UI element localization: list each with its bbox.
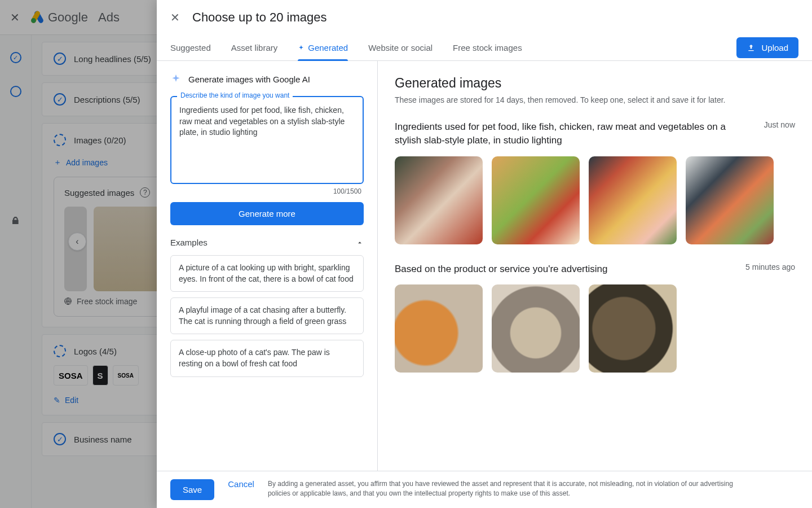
char-count: 100/1500 <box>170 187 361 195</box>
prompt-input[interactable] <box>179 105 355 173</box>
generated-image[interactable] <box>589 156 677 244</box>
save-button[interactable]: Save <box>170 479 214 500</box>
tab-suggested[interactable]: Suggested <box>170 35 211 60</box>
results-title: Generated images <box>395 76 795 91</box>
tab-generated[interactable]: Generated <box>298 35 348 60</box>
example-prompt[interactable]: A playful image of a cat chasing after a… <box>170 297 364 334</box>
batch-prompt: Based on the product or service you're a… <box>395 262 607 276</box>
generated-image[interactable] <box>686 156 774 244</box>
upload-icon <box>747 43 756 52</box>
image-picker-modal: ✕ Choose up to 20 images Suggested Asset… <box>157 0 812 508</box>
disclaimer-text: By adding a generated asset, you affirm … <box>268 479 753 499</box>
results-subtitle: These images are stored for 14 days, the… <box>395 95 795 104</box>
sparkle-icon <box>170 73 182 85</box>
upload-button[interactable]: Upload <box>736 37 798 58</box>
generated-image[interactable] <box>492 284 580 373</box>
generated-image[interactable] <box>492 156 580 244</box>
modal-title: Choose up to 20 images <box>192 10 327 25</box>
batch-prompt: Ingredients used for pet food, like fish… <box>395 120 744 147</box>
tab-asset-library[interactable]: Asset library <box>231 35 278 60</box>
prompt-legend: Describe the kind of image you want <box>177 91 293 99</box>
generate-more-button[interactable]: Generate more <box>170 202 364 225</box>
examples-toggle[interactable]: Examples <box>170 238 364 247</box>
batch-timestamp: 5 minutes ago <box>745 262 795 271</box>
tab-website-social[interactable]: Website or social <box>368 35 433 60</box>
generated-image[interactable] <box>395 156 483 244</box>
results-panel: Generated images These images are stored… <box>378 61 812 471</box>
cancel-button[interactable]: Cancel <box>228 479 254 489</box>
generate-panel: Generate images with Google AI Describe … <box>157 61 378 471</box>
modal-footer: Save Cancel By adding a generated asset,… <box>157 471 812 508</box>
example-prompt[interactable]: A close-up photo of a cat's paw. The paw… <box>170 340 364 376</box>
batch-timestamp: Just now <box>764 120 795 129</box>
generate-heading: Generate images with Google AI <box>188 75 310 84</box>
example-prompt[interactable]: A picture of a cat looking up with brigh… <box>170 255 364 292</box>
prompt-field[interactable]: Describe the kind of image you want <box>170 96 364 184</box>
chevron-up-icon <box>356 239 364 247</box>
sparkle-icon <box>298 45 304 51</box>
generated-image[interactable] <box>589 284 677 373</box>
tab-free-stock[interactable]: Free stock images <box>453 35 522 60</box>
tabs: Suggested Asset library Generated Websit… <box>170 35 522 60</box>
generated-image[interactable] <box>395 284 483 373</box>
close-modal-button[interactable]: ✕ <box>170 11 180 24</box>
